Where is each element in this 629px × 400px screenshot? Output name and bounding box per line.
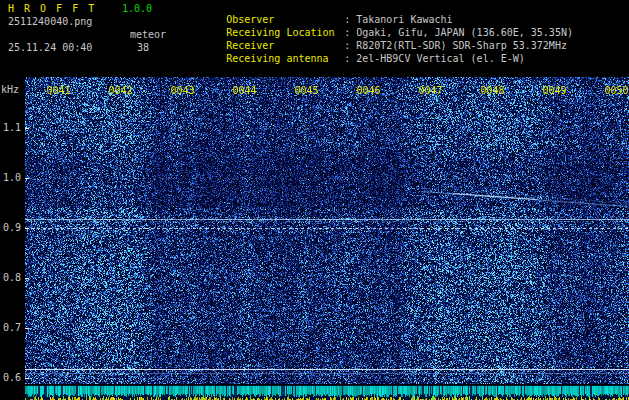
spectrogram-canvas (25, 77, 629, 384)
info-label: Observer (226, 14, 344, 25)
output-filename: 2511240040.png (8, 16, 92, 27)
info-value: : R820T2(RTL-SDR) SDR-Sharp 53.372MHz (344, 40, 567, 51)
hrofft-window: H R O F F T 1.0.0 2511240040.png meteor … (0, 0, 629, 400)
echo-count: 38 (137, 42, 149, 53)
time-tick-label: 0041 (46, 85, 71, 96)
info-value: : 2el-HB9CV Vertical (el. E-W) (344, 53, 525, 64)
info-label: Receiver (226, 40, 344, 51)
info-row-observer: Observer: Takanori Kawachi (178, 3, 573, 16)
freq-tick-label: 0.8 (0, 272, 21, 283)
freq-tick-label: 1.0 (0, 172, 21, 183)
freq-tick-label: 0.9 (0, 222, 21, 233)
info-label: Receiving Location (226, 27, 344, 38)
time-tick-label: 0049 (542, 85, 567, 96)
freq-tick-label: 0.6 (0, 372, 21, 383)
mode-label: meteor (130, 29, 166, 40)
info-value: : Takanori Kawachi (344, 14, 452, 25)
spectrogram-plot: 0041 0042 0043 0044 0045 0046 0047 0048 … (25, 77, 629, 384)
freq-unit-label: kHz (1, 84, 19, 95)
time-tick-label: 0047 (418, 85, 443, 96)
info-label: Receiving antenna (226, 53, 344, 64)
app-version: 1.0.0 (122, 3, 152, 14)
freq-tick-label: 0.7 (0, 322, 21, 333)
time-tick-label: 0048 (480, 85, 505, 96)
time-tick-label: 0046 (356, 85, 381, 96)
time-tick-label: 0050 (604, 85, 629, 96)
timestamp: 25.11.24 00:40 (8, 42, 92, 53)
signal-level-strip (25, 385, 629, 400)
app-title: H R O F F T (8, 3, 96, 14)
time-tick-label: 0043 (170, 85, 195, 96)
info-value: : Ogaki, Gifu, JAPAN (136.60E, 35.35N) (344, 27, 573, 38)
freq-tick-label: 1.1 (0, 122, 21, 133)
time-tick-label: 0044 (232, 85, 257, 96)
time-tick-label: 0042 (108, 85, 133, 96)
time-tick-label: 0045 (294, 85, 319, 96)
station-info: Observer: Takanori Kawachi Receiving Loc… (178, 3, 573, 55)
